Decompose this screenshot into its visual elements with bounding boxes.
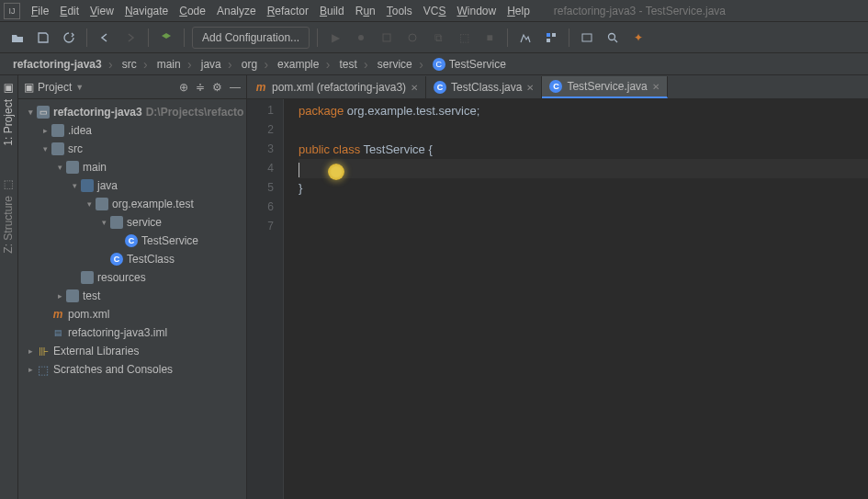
crumb-java[interactable]: java: [188, 54, 229, 74]
svg-point-0: [358, 35, 364, 40]
tree-external-libs[interactable]: ▸⊪External Libraries: [18, 342, 246, 360]
left-tool-strip: 1: Project ▣ Z: Structure ⬚: [0, 75, 18, 499]
tree-pom[interactable]: mpom.xml: [18, 305, 246, 323]
concurrency-icon[interactable]: ⧉: [428, 28, 448, 48]
save-all-icon[interactable]: [33, 28, 53, 48]
crumb-main[interactable]: main: [144, 54, 188, 74]
crumb-org[interactable]: org: [229, 54, 265, 74]
crumb-example[interactable]: example: [265, 54, 326, 74]
attach-icon[interactable]: ⬚: [454, 28, 474, 48]
tree-test[interactable]: ▸test: [18, 287, 246, 305]
add-configuration-button[interactable]: Add Configuration...: [192, 27, 310, 49]
separator-icon: [184, 28, 185, 47]
refresh-icon[interactable]: [59, 28, 79, 48]
tree-src[interactable]: ▾src: [18, 140, 246, 158]
ai-assistant-icon[interactable]: ✦: [628, 28, 648, 48]
menu-vcs[interactable]: VCS: [418, 3, 452, 19]
package-icon: [110, 216, 123, 229]
run-icon[interactable]: ▶: [325, 28, 345, 48]
folder-icon: [51, 142, 64, 155]
chevron-down-icon[interactable]: ▼: [75, 83, 84, 92]
tab-pom[interactable]: mpom.xml (refactoring-java3)✕: [247, 76, 426, 98]
coverage-icon[interactable]: [377, 28, 397, 48]
svg-point-2: [409, 34, 416, 41]
structure-tool-tab[interactable]: Z: Structure ⬚: [0, 172, 17, 261]
iml-icon: ▤: [51, 326, 64, 339]
expand-all-icon[interactable]: ≑: [196, 81, 205, 94]
svg-rect-3: [547, 33, 550, 37]
svg-rect-4: [552, 33, 556, 37]
folder-icon: [51, 124, 64, 137]
tree-idea[interactable]: ▸.idea: [18, 121, 246, 140]
crumb-project[interactable]: refactoring-java3: [6, 54, 109, 74]
class-icon: C: [433, 58, 445, 71]
code-editor[interactable]: 1234567 package org.example.test.service…: [247, 99, 868, 499]
close-icon[interactable]: ✕: [526, 83, 534, 93]
menu-edit[interactable]: Edit: [54, 3, 85, 19]
tree-package[interactable]: ▾org.example.test: [18, 195, 246, 213]
crumb-test[interactable]: test: [326, 54, 364, 74]
project-view-label[interactable]: Project: [38, 81, 72, 94]
crumb-class[interactable]: CTestService: [420, 54, 513, 74]
tree-java[interactable]: ▾java: [18, 176, 246, 195]
menu-code[interactable]: Code: [174, 3, 211, 19]
debug-icon[interactable]: [351, 28, 371, 48]
editor-area: mpom.xml (refactoring-java3)✕ CTestClass…: [247, 75, 868, 499]
forward-icon[interactable]: [120, 28, 141, 48]
menu-file[interactable]: File: [26, 3, 54, 19]
highlight-cursor-icon: [328, 164, 344, 180]
project-tool-tab[interactable]: 1: Project ▣: [0, 75, 17, 153]
package-icon: [96, 198, 108, 210]
search-everywhere-icon[interactable]: [603, 28, 623, 48]
menu-help[interactable]: Help: [502, 3, 535, 19]
profile-icon[interactable]: [402, 28, 423, 48]
svg-point-7: [609, 33, 615, 40]
close-icon[interactable]: ✕: [411, 83, 418, 93]
build-icon[interactable]: [156, 28, 176, 48]
svg-rect-6: [582, 34, 592, 41]
folder-icon: [66, 161, 79, 174]
select-opened-icon[interactable]: ⊕: [179, 81, 188, 94]
vcs-update-icon[interactable]: [515, 28, 535, 48]
menu-run[interactable]: Run: [350, 3, 381, 19]
tree-main[interactable]: ▾main: [18, 158, 246, 176]
crumb-src[interactable]: src: [109, 54, 144, 74]
svg-rect-5: [547, 39, 550, 42]
menu-analyze[interactable]: Analyze: [211, 3, 262, 19]
menu-tools[interactable]: Tools: [381, 3, 418, 19]
stop-icon[interactable]: ■: [479, 28, 500, 48]
settings-gear-icon[interactable]: ⚙: [212, 81, 222, 94]
menu-window[interactable]: Window: [451, 3, 502, 19]
close-icon[interactable]: ✕: [652, 82, 659, 92]
crumb-service[interactable]: service: [365, 54, 420, 74]
class-icon: C: [549, 80, 562, 93]
tree-service-pkg[interactable]: ▾service: [18, 213, 246, 232]
tree-testclass[interactable]: CTestClass: [18, 250, 246, 268]
tab-testservice[interactable]: CTestService.java✕: [542, 76, 667, 98]
menu-refactor[interactable]: Refactor: [262, 3, 314, 19]
back-icon[interactable]: [95, 28, 115, 48]
resources-folder-icon: [81, 271, 94, 284]
project-view-icon: ▣: [24, 81, 34, 94]
navigation-breadcrumb: refactoring-java3 src main java org exam…: [0, 53, 868, 75]
source-text[interactable]: package org.example.test.service; public…: [284, 99, 868, 499]
editor-tabs: mpom.xml (refactoring-java3)✕ CTestClass…: [247, 75, 868, 99]
module-icon: ▭: [37, 106, 50, 119]
ij-logo-icon: IJ: [4, 3, 20, 19]
tree-iml[interactable]: ▤refactoring-java3.iml: [18, 323, 246, 342]
project-structure-icon[interactable]: [541, 28, 561, 48]
hide-tool-icon[interactable]: —: [230, 81, 241, 94]
open-icon[interactable]: [7, 28, 28, 48]
menu-navigate[interactable]: Navigate: [119, 3, 174, 19]
tree-root[interactable]: ▾▭refactoring-java3D:\Projects\refacto: [18, 103, 246, 121]
tree-scratches[interactable]: ▸⬚Scratches and Consoles: [18, 360, 246, 379]
tab-testclass[interactable]: CTestClass.java✕: [426, 76, 542, 98]
text-caret: [299, 163, 299, 177]
menu-build[interactable]: Build: [314, 3, 350, 19]
tree-resources[interactable]: resources: [18, 268, 246, 287]
tree-testservice[interactable]: CTestService: [18, 232, 246, 250]
menu-view[interactable]: View: [85, 3, 119, 19]
project-tree: ▾▭refactoring-java3D:\Projects\refacto ▸…: [18, 99, 246, 382]
ide-settings-icon[interactable]: [577, 28, 597, 48]
scratch-icon: ⬚: [37, 363, 50, 376]
